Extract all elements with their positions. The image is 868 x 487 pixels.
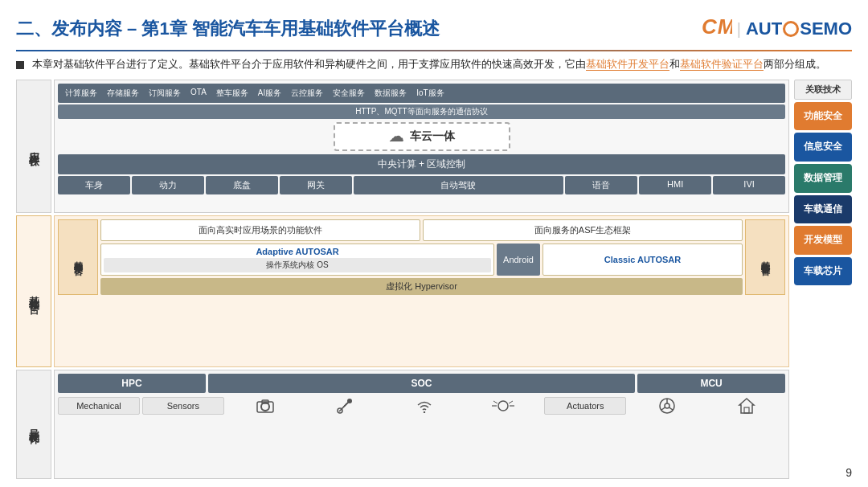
service-chip-3: OTA [186,86,211,100]
base-verify-platform: 基础软件验证平台 [745,219,785,295]
svg-line-11 [493,401,497,403]
asf-box: 面向服务的ASF生态框架 [423,219,743,241]
right-btn-2[interactable]: 数据管理 [794,164,852,193]
svg-rect-19 [744,407,749,413]
logo-divider-vertical: | [737,20,741,39]
right-panel-title: 关联技术 [794,80,852,100]
vehicle-module-7: IVI [713,176,785,194]
vehicle-module-5: 语音 [565,176,637,194]
svg-line-16 [661,407,665,410]
hw-peripheral-sensors: Sensors [142,397,224,415]
header-divider [16,50,852,51]
vehicle-module-1: 动力 [132,176,204,194]
vehicle-module-3: 网关 [280,176,352,194]
app-layer-label: 应用软件 [16,80,51,213]
base-main-content: 面向高实时应用场景的功能软件 面向服务的ASF生态框架 Adaptive AUT… [100,219,743,295]
svg-text:CM: CM [702,14,732,39]
svg-line-12 [509,401,513,403]
central-bar: 中央计算 + 区域控制 [58,154,785,174]
right-btn-1[interactable]: 信息安全 [794,133,852,162]
hw-peripheral-mechanical: Mechanical [58,397,140,415]
page: 二、发布内容 – 第1章 智能汽车车用基础软件平台概述 CM | AUT SEM… [0,0,868,487]
vehicle-module-0: 车身 [58,176,130,194]
wifi-icon [386,399,463,413]
svg-point-14 [665,403,669,408]
svg-rect-8 [498,401,508,411]
func-soft-box: 面向高实时应用场景的功能软件 [100,219,420,241]
android-box: Android [497,244,540,276]
vehicle-modules-row: 车身 动力 底盘 网关 自动驾驶 语音 HMI IVI [58,176,785,194]
base-inner-wrapper: 基础软件开发平台 面向高实时应用场景的功能软件 面向服务的ASF生态框架 [58,219,785,295]
diagram-wrapper: 应用软件 计算服务 存储服务 订阅服务 OTA 整车服务 AI服务 云控服务 安… [16,80,852,479]
base-layer-content: 基础软件开发平台 面向高实时应用场景的功能软件 面向服务的ASF生态框架 [54,215,789,367]
app-layer-content: 计算服务 存储服务 订阅服务 OTA 整车服务 AI服务 云控服务 安全服务 数… [54,80,789,213]
adaptive-autosar-label: Adaptive AUTOSAR [104,247,491,256]
base-layer: 基础软件平台 基础软件开发平台 面向高实时应用场景的功能软件 [16,215,789,367]
service-chip-2: 订阅服务 [145,86,185,100]
svg-marker-18 [739,399,754,413]
hw-peripherals-row: Mechanical Sensors [58,397,785,415]
service-chip-9: IoT服务 [412,86,448,100]
right-btn-5[interactable]: 车载芯片 [794,257,852,286]
svg-line-17 [669,407,674,410]
hw-chip-hpc: HPC [58,374,206,393]
svg-point-7 [423,411,424,413]
logo-cm: CM [702,14,732,43]
house-icon [708,397,785,415]
adaptive-autosar-box: Adaptive AUTOSAR 操作系统内核 OS [100,244,494,276]
base-dev-platform: 基础软件开发平台 [58,219,98,295]
service-chip-5: AI服务 [254,86,285,100]
right-btn-4[interactable]: 开发模型 [794,226,852,255]
logo-o-circle [783,21,799,37]
header: 二、发布内容 – 第1章 智能汽车车用基础软件平台概述 CM | AUT SEM… [16,14,852,43]
logo-autosemo: AUT SEMO [746,18,852,39]
vehicle-module-2: 底盘 [206,176,278,194]
right-btn-3[interactable]: 车载通信 [794,195,852,224]
hw-chip-soc: SOC [208,374,635,393]
service-chip-7: 安全服务 [329,86,369,100]
hypervisor-bar: 虚拟化 Hypervisor [100,278,743,295]
hw-chip-mcu: MCU [637,374,785,393]
cloud-icon: ☁ [389,128,403,145]
service-chip-1: 存储服务 [103,86,143,100]
hw-layer-content: HPC SOC MCU Mechanical Sensors [54,370,789,479]
service-chip-6: 云控服务 [287,86,327,100]
cloud-car-box: ☁ 车云一体 [334,122,510,151]
right-panel: 关联技术 功能安全 信息安全 数据管理 车载通信 开发模型 车载芯片 [794,80,852,479]
base-layer-label: 基础软件平台 [16,215,51,367]
diagram-main: 应用软件 计算服务 存储服务 订阅服务 OTA 整车服务 AI服务 云控服务 安… [16,80,789,479]
os-bar: 操作系统内核 OS [104,258,491,272]
service-chip-4: 整车服务 [212,86,252,100]
right-btn-0[interactable]: 功能安全 [794,102,852,131]
service-chip-0: 计算服务 [61,86,101,100]
satellite-icon [306,397,383,415]
logo-area: CM | AUT SEMO [702,14,852,43]
services-row: 计算服务 存储服务 订阅服务 OTA 整车服务 AI服务 云控服务 安全服务 数… [58,84,785,103]
vehicle-module-6: HMI [639,176,711,194]
bullet-icon [16,61,24,69]
steering-wheel-icon [628,397,706,415]
hw-chips-row: HPC SOC MCU [58,374,785,393]
service-chip-8: 数据服务 [371,86,411,100]
camera-icon [227,399,304,413]
hw-peripheral-actuators: Actuators [544,397,626,415]
base-top-row: 面向高实时应用场景的功能软件 面向服务的ASF生态框架 [100,219,743,241]
app-layer: 应用软件 计算服务 存储服务 订阅服务 OTA 整车服务 AI服务 云控服务 安… [16,80,789,213]
vehicle-module-4: 自动驾驶 [354,176,564,194]
page-number: 9 [845,466,852,479]
classic-autosar-box: Classic AUTOSAR [542,244,743,276]
protocol-bar: HTTP、MQTT等面向服务的通信协议 [58,104,785,119]
autosar-row: Adaptive AUTOSAR 操作系统内核 OS Android Class… [100,244,743,276]
page-title: 二、发布内容 – 第1章 智能汽车车用基础软件平台概述 [16,17,440,41]
description: 本章对基础软件平台进行了定义。基础软件平台介于应用软件和异构硬件之间，用于支撑应… [16,56,852,73]
hw-layer: 异构硬件 HPC SOC MCU Mechanical Sensors [16,370,789,479]
lidar-icon [465,398,542,414]
hw-layer-label: 异构硬件 [16,370,51,479]
